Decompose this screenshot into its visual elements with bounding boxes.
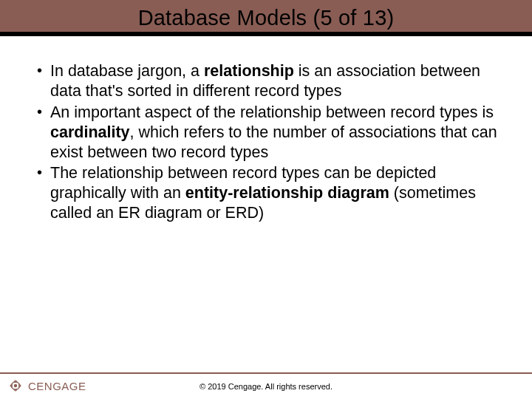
copyright-text: © 2019 Cengage. All rights reserved. — [0, 382, 532, 391]
title-bar: Database Models (5 of 13) — [0, 0, 532, 32]
list-item: In database jargon, a relationship is an… — [35, 61, 502, 101]
bullet-text-pre: An important aspect of the relationship … — [50, 103, 494, 121]
bullet-list: In database jargon, a relationship is an… — [35, 61, 502, 223]
bullet-text-bold: relationship — [204, 62, 294, 80]
list-item: An important aspect of the relationship … — [35, 103, 502, 163]
list-item: The relationship between record types ca… — [35, 163, 502, 223]
footer: CENGAGE © 2019 Cengage. All rights reser… — [0, 372, 532, 399]
footer-divider — [0, 372, 532, 374]
bullet-text-bold: entity-relationship diagram — [185, 184, 389, 202]
bullet-text-pre: In database jargon, a — [50, 62, 204, 80]
content-area: In database jargon, a relationship is an… — [0, 36, 532, 223]
slide-title: Database Models (5 of 13) — [0, 6, 532, 30]
bullet-text-bold: cardinality — [50, 123, 130, 141]
